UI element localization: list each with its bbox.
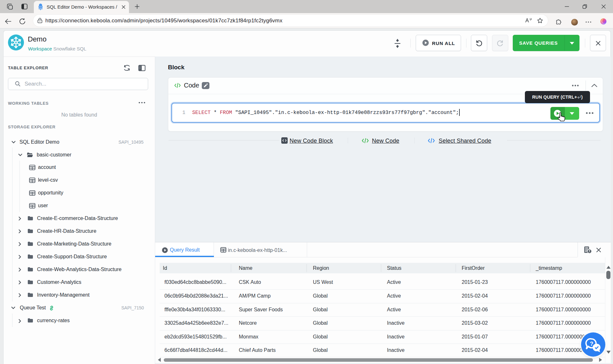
svg-text:?: ?: [590, 341, 594, 347]
